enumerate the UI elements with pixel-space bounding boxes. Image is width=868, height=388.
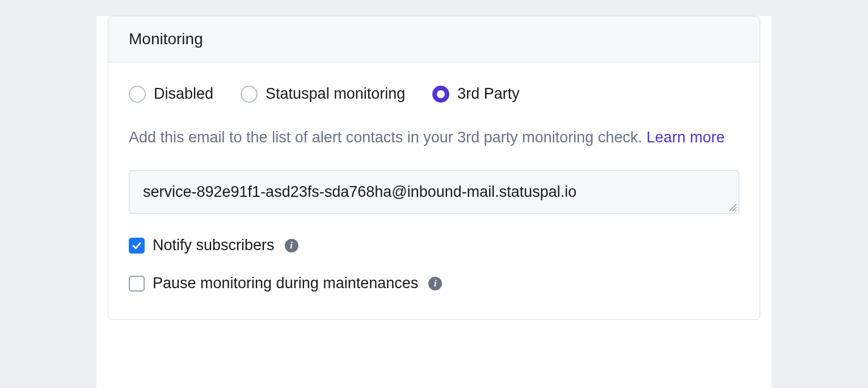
- alert-email-input[interactable]: service-892e91f1-asd23fs-sda768ha@inboun…: [129, 170, 739, 214]
- radio-circle-icon: [241, 86, 258, 103]
- panel-header: Monitoring: [108, 16, 760, 62]
- svg-line-2: [735, 210, 736, 211]
- pause-monitoring-checkbox[interactable]: [129, 276, 145, 292]
- panel-title: Monitoring: [129, 30, 739, 48]
- radio-disabled[interactable]: Disabled: [129, 85, 213, 103]
- info-icon[interactable]: i: [428, 277, 442, 290]
- notify-subscribers-label: Notify subscribers: [153, 237, 275, 254]
- pause-monitoring-row: Pause monitoring during maintenances i: [129, 275, 739, 292]
- radio-circle-selected-icon: [432, 86, 449, 103]
- info-icon[interactable]: i: [285, 239, 298, 252]
- radio-label: 3rd Party: [457, 85, 520, 103]
- learn-more-link[interactable]: Learn more: [646, 129, 724, 146]
- monitoring-type-radio-group: Disabled Statuspal monitoring 3rd Party: [129, 85, 739, 103]
- radio-statuspal-monitoring[interactable]: Statuspal monitoring: [241, 85, 405, 103]
- monitoring-panel: Monitoring Disabled Statuspal monitoring…: [108, 16, 760, 320]
- notify-subscribers-checkbox[interactable]: [129, 238, 145, 254]
- radio-label: Statuspal monitoring: [266, 85, 405, 103]
- resize-handle-icon[interactable]: [728, 203, 738, 213]
- pause-monitoring-label: Pause monitoring during maintenances: [153, 275, 418, 292]
- description-text: Add this email to the list of alert cont…: [129, 125, 739, 150]
- description-content: Add this email to the list of alert cont…: [129, 129, 646, 146]
- radio-label: Disabled: [154, 85, 213, 103]
- radio-3rd-party[interactable]: 3rd Party: [432, 85, 520, 103]
- page-container: Monitoring Disabled Statuspal monitoring…: [96, 16, 772, 388]
- radio-circle-icon: [129, 86, 146, 103]
- email-field-wrap: service-892e91f1-asd23fs-sda768ha@inboun…: [129, 170, 739, 214]
- notify-subscribers-row: Notify subscribers i: [129, 237, 739, 254]
- panel-body: Disabled Statuspal monitoring 3rd Party …: [108, 62, 760, 319]
- checkmark-icon: [131, 240, 142, 251]
